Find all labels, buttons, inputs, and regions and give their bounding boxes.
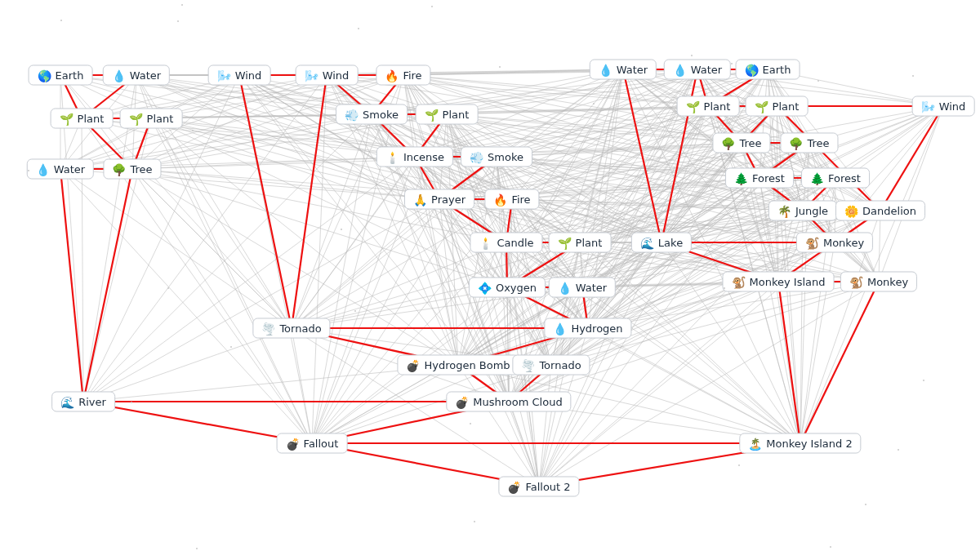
node-wind3[interactable]: 🌬️Wind	[912, 96, 975, 117]
node-fallout2[interactable]: 💣Fallout 2	[498, 477, 579, 497]
svg-line-333	[506, 143, 742, 242]
svg-line-331	[506, 106, 708, 242]
svg-line-591	[777, 106, 880, 211]
svg-line-515	[623, 69, 800, 443]
node-icon: 💣	[286, 438, 300, 449]
node-hbomb[interactable]: 💣Hydrogen Bomb	[397, 355, 519, 375]
svg-line-294	[512, 199, 588, 328]
node-dandelion[interactable]: 🌼Dandelion	[835, 201, 925, 221]
svg-line-486	[509, 402, 539, 487]
svg-line-194	[447, 114, 539, 487]
node-fire1[interactable]: 🔥Fire	[376, 65, 430, 86]
node-monkey1[interactable]: 🐒Monkey	[796, 233, 873, 253]
node-jungle[interactable]: 🌴Jungle	[768, 201, 837, 221]
node-label: Water	[576, 282, 607, 294]
svg-line-350	[312, 242, 580, 443]
svg-line-619	[662, 143, 809, 242]
node-water4[interactable]: 💧Water	[590, 60, 657, 80]
node-tornado2[interactable]: 🌪️Tornado	[512, 355, 590, 375]
node-wind2[interactable]: 🌬️Wind	[296, 65, 359, 86]
node-monkey2[interactable]: 🐒Monkey	[840, 272, 917, 292]
svg-line-600	[803, 106, 943, 211]
svg-line-200	[447, 114, 742, 143]
svg-line-144	[312, 75, 403, 443]
node-fallout[interactable]: 💣Fallout	[277, 433, 348, 454]
node-icon: 💧	[553, 322, 567, 334]
node-water2[interactable]: 💧Water	[27, 159, 94, 180]
node-icon: 🌲	[734, 172, 748, 184]
node-oxygen[interactable]: 💠Oxygen	[469, 278, 546, 298]
node-plant2[interactable]: 🌱Plant	[120, 109, 183, 129]
node-wind1[interactable]: 🌬️Wind	[208, 65, 271, 86]
node-earth2[interactable]: 🌎Earth	[736, 60, 800, 80]
node-icon: 💧	[36, 163, 50, 175]
svg-line-70	[60, 169, 292, 328]
svg-line-213	[415, 157, 507, 287]
svg-line-635	[835, 178, 879, 282]
node-label: Smoke	[363, 109, 399, 121]
node-lake[interactable]: 🌊Lake	[631, 233, 692, 253]
svg-line-452	[458, 365, 539, 487]
svg-line-513	[539, 282, 778, 487]
svg-line-432	[588, 178, 760, 328]
node-fire2[interactable]: 🔥Fire	[484, 189, 539, 210]
node-label: Fallout 2	[525, 481, 570, 493]
node-label: Oxygen	[496, 282, 537, 294]
svg-line-30	[136, 75, 312, 443]
node-prayer[interactable]: 🙏Prayer	[404, 189, 474, 210]
svg-line-529	[778, 282, 800, 443]
node-water5[interactable]: 💧Water	[664, 60, 731, 80]
node-candle[interactable]: 🕯️Candle	[470, 233, 542, 253]
svg-line-514	[539, 282, 879, 487]
svg-line-25	[136, 75, 439, 199]
node-water1[interactable]: 💧Water	[103, 65, 170, 86]
node-hydrogen[interactable]: 💧Hydrogen	[544, 318, 631, 339]
svg-line-659	[83, 169, 132, 402]
svg-line-397	[509, 287, 582, 402]
node-tree1[interactable]: 🌳Tree	[103, 159, 161, 180]
svg-line-11	[60, 75, 439, 199]
svg-line-444	[292, 328, 312, 443]
svg-line-552	[697, 69, 760, 178]
node-label: Tree	[807, 137, 829, 149]
svg-line-104	[239, 75, 312, 443]
node-plant6[interactable]: 🌱Plant	[746, 96, 808, 117]
node-forest2[interactable]: 🌲Forest	[801, 168, 870, 189]
svg-line-311	[512, 199, 803, 211]
svg-line-553	[697, 69, 835, 178]
node-mcloud[interactable]: 💣Mushroom Cloud	[446, 392, 571, 412]
node-icon: 🕯️	[385, 151, 399, 162]
svg-line-123	[312, 75, 327, 443]
node-icon: 💧	[599, 64, 612, 75]
node-tree2[interactable]: 🌳Tree	[712, 133, 770, 153]
node-plant1[interactable]: 🌱Plant	[51, 109, 114, 129]
node-smoke2[interactable]: 💨Smoke	[461, 147, 532, 167]
svg-line-55	[151, 118, 512, 199]
svg-line-71	[60, 169, 83, 402]
node-label: Earth	[56, 69, 84, 82]
node-tree3[interactable]: 🌳Tree	[780, 133, 838, 153]
node-icon: 🌎	[745, 64, 759, 75]
node-icon: 🌪️	[521, 359, 535, 371]
node-icon: 🏝️	[748, 438, 762, 449]
svg-line-719	[800, 282, 879, 443]
node-icon: 💧	[558, 282, 572, 293]
node-tornado1[interactable]: 🌪️Tornado	[252, 318, 330, 339]
node-mi2[interactable]: 🏝️Monkey Island 2	[739, 433, 861, 454]
node-water3[interactable]: 💧Water	[549, 278, 616, 298]
node-incense[interactable]: 🕯️Incense	[376, 147, 453, 167]
node-plant5[interactable]: 🌱Plant	[677, 96, 740, 117]
node-plant3[interactable]: 🌱Plant	[416, 104, 479, 125]
node-mi1[interactable]: 🐒Monkey Island	[723, 272, 835, 292]
crafting-graph-canvas[interactable]: 🌎Earth💧Water🌱Plant🌱Plant💧Water🌳Tree🌬️Win…	[0, 0, 980, 551]
node-icon: 🌼	[844, 205, 858, 216]
node-forest1[interactable]: 🌲Forest	[725, 168, 794, 189]
node-plant4[interactable]: 🌱Plant	[549, 233, 612, 253]
svg-line-134	[403, 75, 512, 199]
node-river[interactable]: 🌊River	[51, 392, 115, 412]
node-label: Fire	[511, 193, 530, 206]
node-label: Tornado	[279, 322, 321, 335]
node-smoke1[interactable]: 💨Smoke	[336, 104, 408, 125]
svg-line-240	[497, 157, 582, 287]
node-earth1[interactable]: 🌎Earth	[29, 65, 93, 86]
